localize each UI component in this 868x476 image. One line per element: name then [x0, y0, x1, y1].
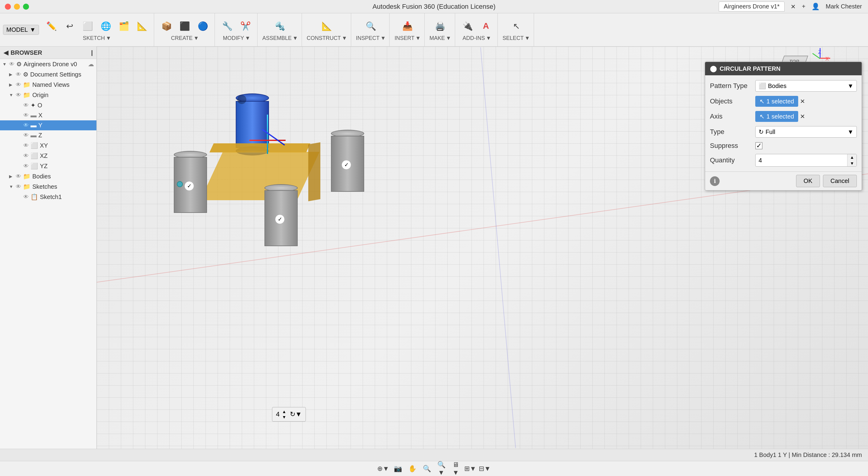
- eye-icon[interactable]: 👁: [16, 92, 21, 98]
- insert-label[interactable]: INSERT ▼: [395, 35, 421, 41]
- construct-label[interactable]: CONSTRUCT ▼: [307, 35, 347, 41]
- cp-suppress-checkbox[interactable]: ✓: [755, 142, 763, 149]
- eye-icon[interactable]: 👁: [23, 153, 29, 159]
- tree-item-sketches[interactable]: ▼ 👁 📁 Sketches: [0, 181, 96, 192]
- qty-spin-up[interactable]: ▲: [847, 154, 857, 160]
- inspect-icon-1[interactable]: 🔍: [363, 18, 379, 34]
- make-icon-1[interactable]: 🖨️: [433, 18, 448, 34]
- tree-item-origin[interactable]: ▼ 👁 📁 Origin: [0, 90, 96, 100]
- minimize-button[interactable]: [14, 4, 20, 10]
- construct-icon-1[interactable]: 📐: [319, 18, 335, 34]
- viewport-quantity-control[interactable]: 4 ▲ ▼ ↻▼: [272, 407, 306, 422]
- close-button[interactable]: [5, 4, 11, 10]
- sketch-label[interactable]: SKETCH ▼: [83, 35, 111, 41]
- select-label[interactable]: SELECT ▼: [503, 35, 530, 41]
- tree-item-Z[interactable]: 👁 ▬ Z: [0, 130, 96, 140]
- create-icon-3[interactable]: 🔵: [195, 18, 211, 34]
- qty-up-icon[interactable]: ▲: [282, 409, 286, 414]
- addins-icon-2[interactable]: A: [478, 18, 494, 34]
- browser-pin-icon[interactable]: |: [91, 49, 93, 56]
- tree-item-named-views[interactable]: ▶ 👁 📁 Named Views: [0, 80, 96, 90]
- tree-item-Y[interactable]: 👁 ▬ Y: [0, 120, 96, 130]
- rotate-icon[interactable]: ↻▼: [290, 410, 302, 418]
- eye-icon[interactable]: 👁: [9, 61, 14, 67]
- sketch-icon-2[interactable]: ↩: [62, 18, 78, 34]
- capture-icon[interactable]: 📷: [392, 463, 404, 475]
- pan-icon[interactable]: ✋: [406, 463, 418, 475]
- modify-icon-1[interactable]: 🔧: [220, 18, 236, 34]
- tree-item-sketch1[interactable]: 👁 📋 Sketch1: [0, 192, 96, 202]
- modify-icon-2[interactable]: ✂️: [238, 18, 254, 34]
- close-tab-icon[interactable]: ✕: [790, 3, 796, 10]
- modify-label[interactable]: MODIFY ▼: [223, 35, 251, 41]
- eye-icon[interactable]: 👁: [23, 132, 29, 139]
- maximize-button[interactable]: [23, 4, 29, 10]
- display-settings-icon[interactable]: 🖥▼: [450, 463, 462, 475]
- eye-icon[interactable]: 👁: [16, 184, 21, 190]
- cp-quantity-control[interactable]: 4 ▲ ▼: [755, 154, 857, 167]
- cp-axis-clear-btn[interactable]: ✕: [800, 113, 805, 120]
- model-selector[interactable]: MODEL ▼: [3, 25, 39, 35]
- select-icon-1[interactable]: ↖: [508, 18, 524, 34]
- snap-icon[interactable]: ⊕▼: [377, 463, 389, 475]
- cp-cancel-button[interactable]: Cancel: [823, 175, 857, 187]
- cp-pattern-type-control[interactable]: ⬜ Bodies ▼: [755, 80, 857, 92]
- tree-item-bodies[interactable]: ▶ 👁 📁 Bodies: [0, 171, 96, 181]
- insert-icon-1[interactable]: 📥: [400, 18, 415, 34]
- tree-item-X[interactable]: 👁 ▬ X: [0, 110, 96, 120]
- sketch-icon-4[interactable]: 🌐: [98, 18, 114, 34]
- sketch-icon-3[interactable]: ⬜: [80, 18, 96, 34]
- eye-icon[interactable]: 👁: [16, 71, 21, 78]
- assemble-icon-1[interactable]: 🔩: [272, 18, 288, 34]
- cp-axis-control[interactable]: ↖ 1 selected ✕: [755, 111, 857, 122]
- window-controls[interactable]: [5, 4, 29, 10]
- cp-axis-selected-btn[interactable]: ↖ 1 selected: [755, 111, 798, 122]
- cp-quantity-input-wrapper[interactable]: 4 ▲ ▼: [755, 154, 857, 167]
- qty-spin-down[interactable]: ▼: [847, 160, 857, 166]
- tree-item-XZ[interactable]: 👁 ⬜ XZ: [0, 151, 96, 161]
- eye-icon[interactable]: 👁: [16, 82, 21, 88]
- tree-item-XY[interactable]: 👁 ⬜ XY: [0, 140, 96, 151]
- addins-label[interactable]: ADD-INS ▼: [462, 35, 491, 41]
- cp-objects-clear-btn[interactable]: ✕: [800, 98, 805, 105]
- cp-suppress-control[interactable]: ✓: [755, 142, 857, 149]
- tree-item-O[interactable]: 👁 ✦ O: [0, 100, 96, 110]
- cp-pattern-type-select[interactable]: ⬜ Bodies ▼: [755, 80, 857, 92]
- add-tab-icon[interactable]: +: [802, 3, 805, 10]
- make-label[interactable]: MAKE ▼: [430, 35, 451, 41]
- tree-item-doc-settings[interactable]: ▶ 👁 ⚙ Document Settings: [0, 69, 96, 80]
- cp-objects-selected-btn[interactable]: ↖ 1 selected: [755, 96, 798, 107]
- 3d-viewport[interactable]: ✓ ✓ ✓ 4 ▲ ▼ ↻▼: [97, 47, 868, 449]
- eye-icon[interactable]: 👁: [16, 173, 21, 180]
- collapse-icon[interactable]: ◀: [4, 49, 8, 56]
- cp-ok-button[interactable]: OK: [796, 175, 820, 187]
- addins-icon-1[interactable]: 🔌: [460, 18, 476, 34]
- eye-icon[interactable]: 👁: [23, 102, 29, 109]
- create-label[interactable]: CREATE ▼: [171, 35, 199, 41]
- qty-down-icon[interactable]: ▼: [282, 415, 286, 419]
- cp-objects-control[interactable]: ↖ 1 selected ✕: [755, 96, 857, 107]
- cp-type-select[interactable]: ↻ Full ▼: [755, 126, 857, 138]
- assemble-label[interactable]: ASSEMBLE ▼: [262, 35, 298, 41]
- cp-info-button[interactable]: ℹ: [710, 176, 720, 186]
- eye-icon[interactable]: 👁: [23, 163, 29, 169]
- eye-icon[interactable]: 👁: [23, 122, 29, 128]
- inspect-label[interactable]: INSPECT ▼: [356, 35, 386, 41]
- quantity-steppers[interactable]: ▲ ▼: [282, 409, 286, 419]
- sketch-icon-1[interactable]: ✏️: [44, 18, 60, 34]
- tree-item-root[interactable]: ▼ 👁 ⚙ Airgineers Drone v0 ☁: [0, 59, 96, 69]
- sketch-icon-6[interactable]: 📐: [134, 18, 150, 34]
- create-icon-1[interactable]: 📦: [159, 18, 175, 34]
- eye-icon[interactable]: 👁: [23, 194, 29, 200]
- grid-settings-icon[interactable]: ⊞▼: [464, 463, 476, 475]
- create-icon-2[interactable]: ⬛: [177, 18, 193, 34]
- zoom-icon[interactable]: 🔍▼: [435, 463, 447, 475]
- qty-spin-buttons[interactable]: ▲ ▼: [847, 154, 857, 166]
- eye-icon[interactable]: 👁: [23, 143, 29, 149]
- cp-type-control[interactable]: ↻ Full ▼: [755, 126, 857, 138]
- tab-label[interactable]: Airgineers Drone v1*: [719, 1, 785, 11]
- zoom-fit-icon[interactable]: 🔍: [421, 463, 433, 475]
- sketch-icon-5[interactable]: 🗂️: [116, 18, 132, 34]
- viewport-icon[interactable]: ⊟▼: [479, 463, 491, 475]
- eye-icon[interactable]: 👁: [23, 112, 29, 119]
